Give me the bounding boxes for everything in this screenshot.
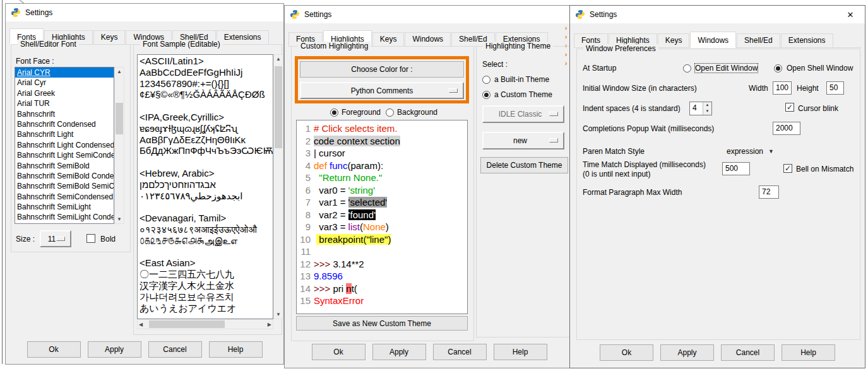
code-line: 12>>> 3.14**2 [298,258,467,271]
paren-match-value[interactable]: expression [727,147,763,156]
indent-spinner[interactable]: 4 ▲ ▼ [689,102,712,115]
code-line: 6 var0 = 'string' [298,184,467,197]
time-match-input[interactable]: 500 [722,162,750,175]
font-list-item[interactable]: Bahnschrift SemiCondensed [15,192,114,202]
line-number: 13 [298,270,311,283]
tab-extensions[interactable]: Extensions [781,33,833,47]
tab-windows[interactable]: Windows [405,32,451,46]
code-text: breakpoint("line") [314,233,391,246]
help-button[interactable]: Help [209,341,263,358]
code-text: var0 = 'string' [314,184,375,197]
builtin-theme-radio[interactable] [482,76,490,84]
font-sample-textarea[interactable]: <ASCII/Latin1>AaBbCcDdEeFfGgHhIiJj123456… [137,54,273,319]
custom-theme-dropdown[interactable]: new [482,132,564,149]
font-list-item[interactable]: Bahnschrift Light [15,129,114,139]
apply-button[interactable]: Apply [88,341,141,358]
spinner-up-icon[interactable]: ▲ [703,102,711,108]
font-list-item[interactable]: Bahnschrift Light Condensed [15,140,114,150]
tab-keys[interactable]: Keys [372,32,405,46]
font-list-item[interactable]: Bahnschrift SemiBold Conder [15,171,114,181]
bell-on-mismatch-checkbox[interactable]: ✓ [783,164,792,173]
size-value: 11 [48,235,56,243]
close-button[interactable]: ✕ [841,7,860,22]
paren-match-label: Paren Match Style [583,147,645,156]
code-text: >>> 3.14**2 [314,258,364,271]
font-list-item[interactable]: Bahnschrift Light SemiConde [15,150,114,160]
font-sample-line: AaBbCcDdEeFfGgHhIiJj [140,67,273,78]
scroll-up-icon[interactable]: ▲ [274,56,283,62]
completions-wait-input[interactable]: 2000 [773,122,800,135]
builtin-theme-dropdown[interactable]: IDLE Classic [482,105,564,123]
apply-button[interactable]: Apply [660,344,714,361]
font-sample-line [140,156,273,168]
sample-h-scrollbar[interactable]: ◀ ▶ [137,319,273,329]
font-list-item[interactable]: Bahnschrift SemiBold SemiCo [15,181,114,191]
font-list-item[interactable]: Bahnschrift SemiLight [15,202,114,212]
action-buttons: OkApplyCancelHelp [570,344,865,361]
cancel-button[interactable]: Cancel [721,344,775,361]
ok-button[interactable]: Ok [312,344,366,360]
open-edit-window-radio[interactable] [683,64,691,73]
dropdown-indicator-icon [549,112,558,116]
open-edit-window-label[interactable]: Open Edit Window [695,64,758,73]
font-list-item[interactable]: Arial TUR [15,98,114,108]
font-list-item[interactable]: Bahnschrift SemiBold [15,161,114,171]
tab-shell-ed[interactable]: Shell/Ed [737,33,780,47]
background-radio[interactable] [386,108,394,117]
font-list-item[interactable]: Bahnschrift [15,109,114,119]
open-shell-window-radio[interactable] [774,64,782,73]
highlight-target-dropdown[interactable]: Python Comments [300,82,464,99]
cancel-button[interactable]: Cancel [148,341,202,358]
font-list-item[interactable]: Arial CYR [15,67,114,78]
save-custom-theme-button[interactable]: Save as New Custom Theme [296,316,468,331]
font-list-item[interactable]: Arial Greek [15,88,114,98]
group-label: Font Sample (Editable) [140,40,223,49]
cancel-button[interactable]: Cancel [433,344,487,360]
custom-theme-radio[interactable] [482,91,490,99]
tab-windows[interactable]: Windows [690,32,736,48]
scrollbar-thumb[interactable] [149,320,225,328]
width-input[interactable]: 100 [773,81,792,95]
height-input[interactable]: 50 [826,81,844,95]
font-list-item[interactable]: Bahnschrift SemiLight Conde [15,212,114,222]
foreground-radio[interactable] [330,108,338,117]
cursor-blink-checkbox[interactable]: ✓ [785,103,794,112]
font-list-scrollbar[interactable]: ▲ ▼ [114,67,124,224]
line-number: 5 [298,172,311,184]
scroll-down-icon[interactable]: ▼ [115,216,124,222]
help-button[interactable]: Help [494,344,547,360]
ok-button[interactable]: Ok [27,341,81,358]
scroll-right-icon[interactable]: ▶ [268,322,271,327]
scroll-up-icon[interactable]: ▲ [115,69,124,74]
font-list-item[interactable]: Arial Cyr [15,78,114,88]
scrollbar-thumb[interactable] [116,103,123,134]
line-number: 14 [298,283,311,295]
bold-checkbox[interactable] [86,234,95,243]
chevron-down-icon[interactable]: ▼ [768,148,774,155]
scrollbar-thumb[interactable] [275,66,282,148]
font-sample-line: <Hebrew, Arabic> [140,168,273,179]
sample-v-scrollbar[interactable]: ▲ ▼ [273,54,283,319]
choose-color-button[interactable]: Choose Color for : [300,61,464,78]
font-face-listbox[interactable]: Arial CYRArial CyrArial GreekArial TURBa… [15,67,114,224]
tab-extensions[interactable]: Extensions [217,30,269,44]
titlebar: Settings [6,4,283,21]
highlight-sample[interactable]: 1# Click selects item.2code context sect… [296,120,468,314]
ok-button[interactable]: Ok [600,344,653,361]
scroll-down-icon[interactable]: ▼ [274,312,283,317]
format-paragraph-input[interactable]: 72 [759,185,779,199]
scroll-left-icon[interactable]: ◀ [139,322,143,327]
width-label: Width [749,84,768,93]
font-list-item[interactable]: Bahnschrift Condensed [15,119,114,129]
size-dropdown[interactable]: 11 [40,230,71,247]
spinner-down-icon[interactable]: ▼ [703,108,711,115]
apply-button[interactable]: Apply [372,344,426,360]
time-match-sublabel: (0 is until next input) [583,170,650,179]
delete-custom-theme-button[interactable]: Delete Custom Theme [480,157,568,173]
tab-keys[interactable]: Keys [658,33,690,47]
titlebar: Settings [570,6,865,23]
tab-keys[interactable]: Keys [93,30,126,44]
help-button[interactable]: Help [782,344,835,361]
bell-on-mismatch-label: Bell on Mismatch [796,165,853,173]
code-text: SyntaxError [314,295,364,307]
